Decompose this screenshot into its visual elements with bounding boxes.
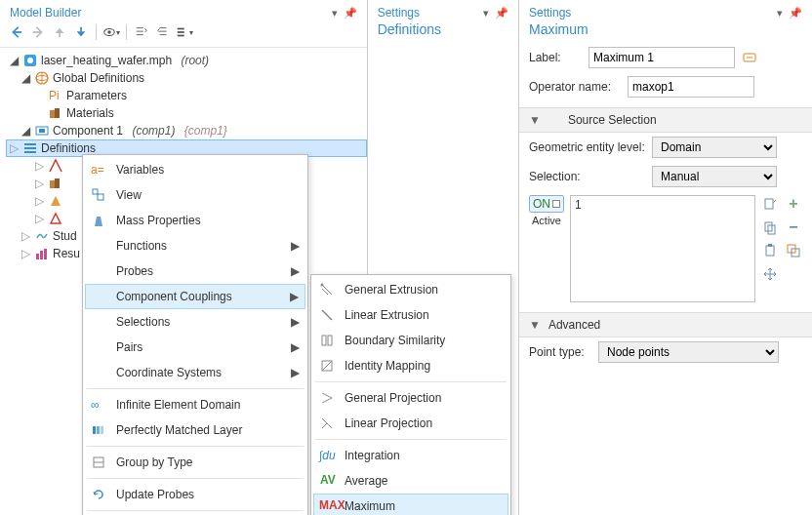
copy-button[interactable]	[761, 218, 779, 236]
ctx-coord-systems[interactable]: Coordinate Systems▶	[85, 360, 305, 385]
sub-integration[interactable]: ∫duIntegration	[313, 443, 508, 468]
sub-maximum[interactable]: MAXMaximum	[313, 494, 508, 515]
svg-rect-28	[50, 180, 55, 188]
definitions-icon	[22, 140, 38, 156]
settings-subtitle-right: Maximum	[519, 21, 812, 43]
svg-rect-21	[50, 110, 55, 118]
ctx-selections[interactable]: Selections▶	[85, 309, 305, 335]
ctx-variables[interactable]: a=Variables	[85, 157, 305, 182]
svg-line-51	[322, 423, 327, 428]
materials-sub-icon	[48, 176, 63, 191]
tree-global-defs[interactable]: ◢ Global Definitions	[6, 69, 367, 87]
svg-rect-34	[93, 189, 98, 194]
svg-text:a=: a=	[91, 163, 104, 177]
svg-rect-14	[178, 35, 184, 37]
tree-component[interactable]: ◢ Component 1 (comp1) {comp1}	[6, 122, 367, 139]
forward-button[interactable]	[29, 23, 47, 41]
operator-name-input[interactable]	[628, 76, 754, 98]
add-button[interactable]: +	[785, 195, 802, 213]
source-selection-header[interactable]: ▼ Source Selection	[519, 107, 812, 133]
ctx-probes[interactable]: Probes▶	[85, 258, 305, 284]
geo-entity-label: Geometric entity level:	[529, 140, 646, 154]
eye-button[interactable]: ▾	[102, 23, 120, 41]
tree-parameters[interactable]: Pi Parameters	[6, 87, 367, 104]
collapse-all-button[interactable]	[133, 23, 150, 41]
sub-average[interactable]: AVAverage	[313, 468, 508, 494]
panel-controls-right[interactable]: ▾ 📌	[777, 7, 802, 20]
geo-entity-select[interactable]: Domain	[652, 137, 777, 158]
svg-rect-29	[55, 178, 60, 188]
sub-boundary-similarity[interactable]: Boundary Similarity	[313, 328, 508, 353]
panel-controls-left[interactable]: ▾ 📌	[332, 7, 357, 20]
materials-icon	[48, 105, 63, 121]
chevron-down-icon: ▼	[529, 113, 541, 127]
extrusion-icon	[317, 281, 337, 298]
ctx-update-probes[interactable]: Update Probes	[85, 482, 305, 507]
mph-file-icon	[22, 53, 38, 68]
tree-root[interactable]: ◢ laser_heating_wafer.mph (root)	[6, 52, 367, 69]
clipboard-button[interactable]	[761, 242, 779, 259]
svg-text:Pi: Pi	[49, 89, 60, 102]
settings-subtitle-middle: Definitions	[368, 21, 518, 43]
svg-rect-31	[40, 251, 43, 259]
svg-point-5	[107, 30, 111, 34]
ctx-mass[interactable]: Mass Properties	[85, 208, 305, 233]
integration-icon: ∫du	[317, 447, 337, 464]
move-button[interactable]	[761, 265, 779, 283]
model-builder-title: Model Builder	[10, 6, 81, 20]
context-menu-definitions: a=Variables View Mass Properties Functio…	[82, 154, 308, 515]
panel-controls-middle[interactable]: ▾ 📌	[483, 7, 508, 20]
zoom-button[interactable]	[785, 242, 802, 259]
label-input[interactable]	[589, 47, 735, 68]
svg-text:MAX: MAX	[319, 498, 345, 512]
down-button[interactable]	[72, 23, 90, 41]
paste-button[interactable]	[761, 195, 779, 213]
axis-icon	[48, 158, 63, 174]
up-button[interactable]	[51, 23, 68, 41]
gen-proj-icon	[317, 389, 337, 407]
selection-select[interactable]: Manual	[652, 166, 777, 187]
operator-name-label: Operator name:	[529, 80, 622, 94]
svg-text:∫du: ∫du	[318, 449, 336, 462]
svg-rect-30	[36, 254, 39, 259]
list-menu-button[interactable]: ▾	[176, 23, 193, 41]
linear-ext-icon	[317, 306, 337, 324]
back-button[interactable]	[8, 23, 25, 41]
advanced-header[interactable]: ▼ Advanced	[519, 312, 812, 337]
results-icon	[34, 246, 50, 261]
sub-identity-mapping[interactable]: Identity Mapping	[313, 353, 508, 378]
label-link-icon[interactable]	[741, 49, 758, 66]
view-icon	[89, 186, 108, 204]
point-type-select[interactable]: Node points	[598, 341, 779, 363]
sub-linear-extrusion[interactable]: Linear Extrusion	[313, 302, 508, 328]
physics-icon	[48, 193, 63, 209]
sub-general-projection[interactable]: General Projection	[313, 385, 508, 411]
expand-all-button[interactable]	[154, 23, 172, 41]
svg-rect-47	[328, 336, 332, 345]
refresh-icon	[89, 486, 108, 503]
parameters-icon: Pi	[48, 88, 63, 103]
sub-linear-projection[interactable]: Linear Projection	[313, 411, 508, 436]
remove-button[interactable]: −	[785, 218, 802, 236]
svg-line-49	[322, 361, 332, 371]
active-toggle[interactable]: ON	[529, 195, 564, 213]
sub-general-extrusion[interactable]: General Extrusion	[313, 277, 508, 302]
ctx-view[interactable]: View	[85, 182, 305, 208]
tree-materials[interactable]: Materials	[6, 104, 367, 122]
selection-list[interactable]: 1	[570, 195, 755, 302]
context-submenu-couplings: General Extrusion Linear Extrusion Bound…	[310, 274, 511, 515]
svg-rect-37	[93, 426, 96, 434]
maximum-icon: MAX	[317, 497, 337, 515]
ctx-infinite-element[interactable]: ∞Infinite Element Domain	[85, 392, 305, 417]
svg-point-44	[321, 284, 324, 287]
ctx-functions[interactable]: Functions▶	[85, 233, 305, 258]
settings-title-middle: Settings	[378, 6, 420, 20]
ctx-component-couplings[interactable]: Component Couplings▶	[85, 284, 305, 309]
svg-rect-24	[39, 129, 45, 133]
ctx-pairs[interactable]: Pairs▶	[85, 335, 305, 360]
variables-icon: a=	[89, 161, 108, 178]
settings-title-right: Settings	[529, 6, 571, 20]
svg-point-16	[27, 58, 33, 63]
ctx-group-by-type[interactable]: Group by Type	[85, 450, 305, 475]
ctx-pml[interactable]: Perfectly Matched Layer	[85, 417, 305, 443]
